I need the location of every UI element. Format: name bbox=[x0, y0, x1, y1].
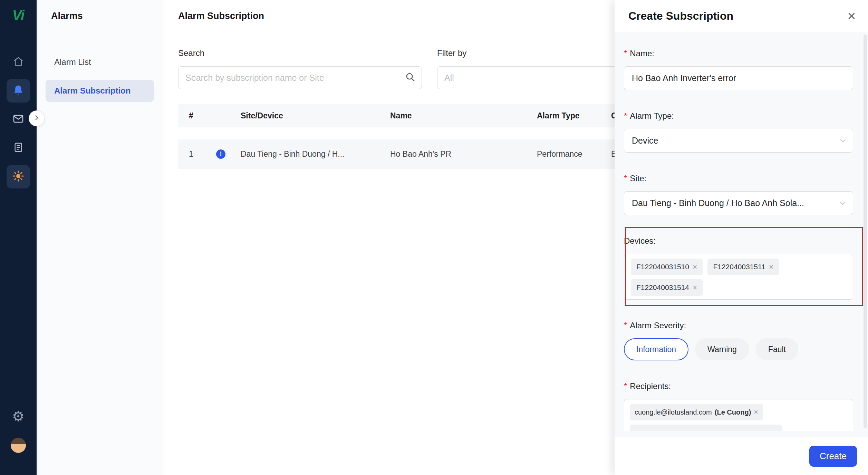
required-asterisk: * bbox=[624, 48, 627, 59]
recipients-multiselect[interactable]: cuong.le@ilotusland.com (Le Cuong) × bbox=[624, 399, 853, 431]
secondary-sidebar-header: Alarms bbox=[37, 0, 163, 32]
remove-tag-icon[interactable]: × bbox=[754, 408, 758, 417]
drawer-header: Create Subscription × bbox=[615, 0, 868, 32]
filter-select[interactable]: All bbox=[437, 66, 617, 89]
devices-multiselect[interactable]: F122040031510 × F122040031511 × F1220400… bbox=[624, 254, 853, 300]
alarm-type-value: Device bbox=[632, 136, 658, 146]
gear-icon: ⚙ bbox=[12, 408, 25, 424]
chevron-down-icon bbox=[838, 199, 847, 208]
info-circle-icon: ! bbox=[216, 149, 225, 159]
alarm-type-label: * Alarm Type: bbox=[624, 111, 853, 121]
recipient-tag: cuong.le@ilotusland.com (Le Cuong) × bbox=[630, 404, 763, 420]
site-value: Dau Tieng - Binh Duong / Ho Bao Anh Sola… bbox=[632, 198, 804, 208]
nav-solar[interactable] bbox=[7, 165, 30, 188]
drawer-body: * Name: * Alarm Type: Device * Site: Dau… bbox=[615, 32, 868, 437]
row-site-device: Dau Tieng - Binh Duong / H... bbox=[241, 149, 390, 159]
recipients-label: * Recipients: bbox=[624, 381, 853, 391]
mail-icon bbox=[12, 113, 24, 126]
required-asterisk: * bbox=[624, 381, 627, 391]
app-logo: Vi bbox=[0, 8, 37, 23]
drawer-title: Create Subscription bbox=[628, 10, 733, 22]
required-asterisk: * bbox=[624, 320, 627, 331]
device-tag: F122040031511 × bbox=[707, 259, 779, 275]
column-number: # bbox=[178, 111, 202, 120]
settings-button[interactable]: ⚙ bbox=[0, 405, 37, 428]
devices-label: Devices: bbox=[624, 236, 853, 246]
sun-icon bbox=[12, 170, 25, 184]
chevron-right-icon bbox=[33, 114, 40, 123]
device-tag: F122040031514 × bbox=[631, 279, 703, 296]
search-box bbox=[178, 66, 422, 89]
nav-home[interactable] bbox=[7, 50, 30, 74]
row-number: 1 bbox=[178, 149, 202, 159]
recipients-clip: cuong.le@ilotusland.com (Le Cuong) × bbox=[624, 399, 853, 431]
page-title: Alarm Subscription bbox=[178, 11, 264, 21]
severity-pill-warning[interactable]: Warning bbox=[695, 338, 749, 360]
search-label: Search bbox=[178, 48, 204, 58]
required-asterisk: * bbox=[624, 111, 627, 121]
home-icon bbox=[12, 56, 24, 69]
create-subscription-drawer: Create Subscription × * Name: * Alarm Ty… bbox=[615, 0, 868, 475]
bell-icon bbox=[12, 84, 24, 97]
document-icon bbox=[13, 142, 24, 154]
row-name: Ho Bao Anh's PR bbox=[390, 149, 537, 159]
column-site-device: Site/Device bbox=[241, 111, 390, 120]
column-alarm-type: Alarm Type bbox=[537, 111, 611, 120]
drawer-footer: Create bbox=[615, 437, 868, 475]
severity-pill-information[interactable]: Information bbox=[624, 338, 688, 360]
close-icon[interactable]: × bbox=[848, 9, 856, 23]
search-icon[interactable] bbox=[405, 72, 415, 84]
primary-sidebar: Vi ⚙ bbox=[0, 0, 37, 475]
remove-tag-icon[interactable]: × bbox=[769, 263, 773, 271]
filter-label: Filter by bbox=[437, 48, 466, 58]
recipient-tag-partial bbox=[630, 425, 782, 431]
sidebar-collapse-button[interactable] bbox=[29, 110, 45, 126]
severity-pill-fault[interactable]: Fault bbox=[756, 338, 798, 360]
site-select[interactable]: Dau Tieng - Binh Duong / Ho Bao Anh Sola… bbox=[624, 191, 853, 215]
search-input[interactable] bbox=[179, 67, 405, 89]
filter-value: All bbox=[444, 73, 454, 83]
sidebar-item-alarm-list[interactable]: Alarm List bbox=[46, 51, 154, 73]
row-alarm-type: Performance bbox=[537, 149, 611, 159]
device-tag: F122040031510 × bbox=[631, 259, 703, 275]
remove-tag-icon[interactable]: × bbox=[693, 263, 697, 271]
name-field[interactable] bbox=[624, 66, 853, 90]
nav-alarms[interactable] bbox=[7, 79, 30, 103]
section-title: Alarms bbox=[51, 11, 83, 21]
severity-options: Information Warning Fault bbox=[624, 338, 853, 360]
create-button[interactable]: Create bbox=[809, 446, 857, 467]
user-avatar[interactable] bbox=[11, 438, 26, 453]
nav-reports[interactable] bbox=[7, 136, 30, 160]
row-status-cell: ! bbox=[202, 149, 241, 159]
name-label: * Name: bbox=[624, 48, 853, 59]
secondary-sidebar: Alarms Alarm List Alarm Subscription bbox=[37, 0, 163, 475]
alarm-type-select[interactable]: Device bbox=[624, 129, 853, 153]
secondary-nav: Alarm List Alarm Subscription bbox=[37, 32, 163, 102]
required-asterisk: * bbox=[624, 173, 627, 184]
sidebar-item-alarm-subscription[interactable]: Alarm Subscription bbox=[46, 80, 154, 102]
column-name: Name bbox=[390, 111, 537, 120]
severity-label: * Alarm Severity: bbox=[624, 320, 853, 331]
site-label: * Site: bbox=[624, 173, 853, 184]
chevron-down-icon bbox=[838, 136, 847, 145]
nav-messages[interactable] bbox=[7, 108, 30, 131]
remove-tag-icon[interactable]: × bbox=[693, 284, 697, 292]
drawer-scrollbar[interactable] bbox=[864, 35, 867, 428]
